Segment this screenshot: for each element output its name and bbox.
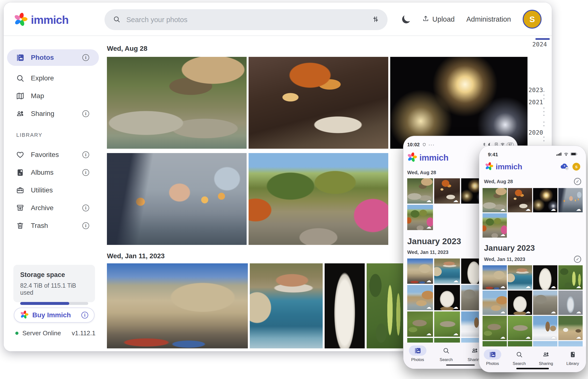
sidebar-item-explore[interactable]: Explore xyxy=(7,70,99,86)
header-actions: Upload Administration S xyxy=(402,2,541,36)
nav-item-search[interactable]: Search xyxy=(510,349,528,366)
photo-thumbnail-lizard[interactable]: ☁ xyxy=(407,312,433,337)
administration-link[interactable]: Administration xyxy=(466,15,511,23)
select-all-check-icon[interactable]: ✓ xyxy=(574,178,581,185)
photo-thumbnail-lizard2[interactable]: ☁ xyxy=(508,316,532,340)
info-icon[interactable]: i xyxy=(82,169,89,176)
timeline-year-2023[interactable]: 2023 xyxy=(528,86,543,94)
sidebar-item-sharing[interactable]: Sharingi xyxy=(7,105,99,122)
sidebar-item-photos[interactable]: Photosi xyxy=(7,49,99,66)
timeline-year-2021[interactable]: 2021 xyxy=(528,99,543,106)
select-all-check-icon[interactable]: ✓ xyxy=(574,256,581,263)
nav-item-search[interactable]: Search xyxy=(437,346,455,362)
info-icon[interactable]: i xyxy=(82,205,89,211)
cloud-backup-icon: ☁ xyxy=(426,278,431,283)
nav-item-photos[interactable]: Photos xyxy=(409,346,427,362)
sidebar-item-archive[interactable]: Archivei xyxy=(7,200,99,216)
photo-thumbnail-hands[interactable] xyxy=(107,153,247,245)
photo-thumbnail-monkeys[interactable] xyxy=(107,57,247,149)
month-header: January 2023 xyxy=(483,243,583,253)
photo-thumbnail-coast[interactable] xyxy=(250,263,323,348)
photo-thumbnail-stone[interactable]: ☁ xyxy=(508,291,532,315)
sidebar-item-trash[interactable]: Trashi xyxy=(7,218,99,234)
info-icon[interactable]: i xyxy=(81,312,88,318)
timeline-year-current[interactable]: 2024 xyxy=(532,41,547,48)
cloud-backup-icon: ☁ xyxy=(576,284,581,289)
sidebar-item-utilities[interactable]: Utilities xyxy=(7,182,99,199)
nav-item-photos[interactable]: Photos xyxy=(484,349,501,366)
home-indicator[interactable] xyxy=(446,364,475,366)
storage-title: Storage space xyxy=(20,271,88,279)
photo-thumbnail-snowy[interactable]: ☁ xyxy=(533,316,557,340)
photo-thumbnail-stone[interactable]: ☁ xyxy=(434,285,460,310)
nav-label: Photos xyxy=(411,357,424,362)
photo-thumbnail-dinner[interactable]: ☁ xyxy=(434,178,460,204)
storage-space-card: Storage space 82.4 TiB of 115.1 TiB used xyxy=(13,265,95,302)
sidebar-item-map[interactable]: Map xyxy=(7,88,99,104)
photo-thumbnail-lizard[interactable]: ☁ xyxy=(483,316,507,340)
nav-item-library[interactable]: Library xyxy=(564,349,581,366)
photo-thumbnail-monkeys[interactable]: ☁ xyxy=(407,178,433,204)
timeline-tick xyxy=(543,137,544,138)
photo-thumbnail-fortress[interactable]: ☁ xyxy=(483,265,507,290)
photo-thumbnail-dinner[interactable] xyxy=(249,57,388,149)
photo-thumbnail-path[interactable]: ☁ xyxy=(483,213,507,237)
more-dots-icon: ··· xyxy=(428,142,435,147)
photo-thumbnail-fruit[interactable] xyxy=(367,263,403,348)
photo-thumbnail-fruit[interactable]: ☁ xyxy=(558,265,583,290)
photo-thumbnail-beach[interactable]: ☁ xyxy=(483,291,507,315)
nav-item-sharing[interactable]: Sharing xyxy=(537,349,555,366)
cloud-backup-icon: ☁ xyxy=(500,309,505,314)
photo-thumbnail-fireworks[interactable]: ☁ xyxy=(533,188,557,212)
buy-immich-button[interactable]: Buy Immich i xyxy=(14,308,95,323)
immich-logo: immich S xyxy=(483,161,583,172)
photo-thumbnail-lizard2[interactable]: ☁ xyxy=(434,312,460,337)
photo-thumbnail-fortress[interactable] xyxy=(107,263,248,348)
photo-thumbnail-bust[interactable] xyxy=(325,263,365,348)
info-icon[interactable]: i xyxy=(82,54,89,61)
timeline-year-2020[interactable]: 2020 xyxy=(528,129,543,136)
home-indicator[interactable] xyxy=(516,368,549,369)
photo-thumbnail-dinner[interactable]: ☁ xyxy=(508,188,532,212)
immich-flower-icon xyxy=(14,13,28,27)
upload-button[interactable]: Upload xyxy=(422,15,455,24)
backup-cloud-icon[interactable] xyxy=(560,161,570,172)
user-avatar[interactable]: S xyxy=(523,10,541,29)
photo-thumbnail-path[interactable]: ☁ xyxy=(407,205,433,230)
search-filter-icon[interactable] xyxy=(371,15,379,24)
library-icon xyxy=(564,349,581,360)
cloud-backup-icon: ☁ xyxy=(500,334,505,340)
photo-thumbnail-beach[interactable]: ☁ xyxy=(407,285,433,310)
cloud-backup-icon: ☁ xyxy=(500,206,505,212)
photo-thumbnail-ruin[interactable]: ☁ xyxy=(533,291,557,315)
sidebar-item-albums[interactable]: Albumsi xyxy=(7,164,99,181)
nav-label: Search xyxy=(513,361,526,366)
user-avatar[interactable]: S xyxy=(572,163,580,171)
phone-mockup-ios: 9:41 immich S Wed, Aug 28 ✓ ☁☁☁☁☁ Januar… xyxy=(479,146,586,372)
photo-thumbnail-ornament[interactable]: ☁ xyxy=(558,291,583,315)
photo-thumbnail-path[interactable] xyxy=(249,153,388,245)
immich-logo[interactable]: immich xyxy=(14,13,68,27)
immich-logo-text: immich xyxy=(31,13,68,27)
timeline-tick xyxy=(543,111,544,112)
photo-thumbnail-monkeys[interactable]: ☁ xyxy=(483,188,507,212)
sidebar-item-favorites[interactable]: Favoritesi xyxy=(7,146,99,163)
search-bar[interactable] xyxy=(104,9,388,30)
info-icon[interactable]: i xyxy=(82,110,89,117)
cloud-backup-icon: ☁ xyxy=(525,334,531,340)
search-input[interactable] xyxy=(126,16,366,24)
page: immich Upload Administration S Photos xyxy=(0,0,588,379)
photo-thumbnail-hands[interactable]: ☁ xyxy=(558,188,583,212)
sidebar-item-label: Photos xyxy=(31,54,54,62)
photo-thumbnail-alpine[interactable]: ☁ xyxy=(558,316,583,340)
timeline-position-bar[interactable] xyxy=(536,38,550,40)
dark-mode-toggle-moon-icon[interactable] xyxy=(401,14,412,25)
photo-thumbnail-fortress[interactable]: ☁ xyxy=(407,258,433,284)
photo-thumbnail-coast[interactable]: ☁ xyxy=(508,265,532,290)
cloud-backup-icon: ☁ xyxy=(525,284,531,289)
photo-thumbnail-bust[interactable]: ☁ xyxy=(533,265,557,290)
info-icon[interactable]: i xyxy=(82,151,89,158)
info-icon[interactable]: i xyxy=(82,222,89,229)
photo-thumbnail-fireworks[interactable] xyxy=(390,57,527,149)
photo-thumbnail-coast[interactable]: ☁ xyxy=(434,258,460,284)
